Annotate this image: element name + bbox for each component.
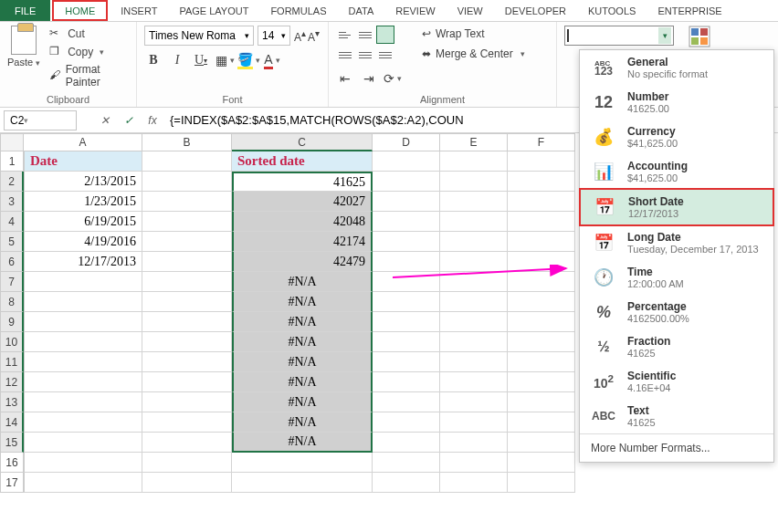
cell-E9[interactable]: [440, 312, 508, 332]
cell-C2[interactable]: 41625: [232, 172, 373, 192]
cell-C3[interactable]: 42027: [232, 192, 373, 212]
cell-C4[interactable]: 42048: [232, 212, 373, 232]
align-top-right[interactable]: [376, 26, 394, 44]
wrap-text-button[interactable]: ↩Wrap Text: [418, 26, 529, 42]
font-size-select[interactable]: 14▾: [258, 26, 290, 46]
cell-F10[interactable]: [508, 332, 575, 352]
row-header[interactable]: 4: [0, 212, 24, 232]
row-header[interactable]: 2: [0, 172, 24, 192]
cell-A5[interactable]: 4/19/2016: [24, 232, 142, 252]
cell-E12[interactable]: [440, 372, 508, 392]
row-header[interactable]: 5: [0, 232, 24, 252]
tab-data[interactable]: DATA: [338, 0, 385, 21]
underline-button[interactable]: U▾: [192, 51, 210, 69]
cell-A15[interactable]: [24, 433, 142, 453]
paste-button[interactable]: Paste: [7, 26, 40, 89]
tab-formulas[interactable]: FORMULAS: [259, 0, 337, 21]
cell-B9[interactable]: [142, 312, 232, 332]
tab-file[interactable]: FILE: [0, 0, 50, 21]
decrease-indent-button[interactable]: ⇤: [336, 69, 354, 88]
tab-kutools[interactable]: KUTOOLS: [577, 0, 647, 21]
align-top-center[interactable]: [356, 26, 374, 44]
row-header[interactable]: 17: [0, 473, 24, 493]
cell-D14[interactable]: [373, 412, 440, 433]
cell-E16[interactable]: [440, 453, 508, 473]
cell-A12[interactable]: [24, 372, 142, 392]
cell-C8[interactable]: #N/A: [232, 292, 373, 312]
cell-B2[interactable]: [142, 172, 232, 192]
format-painter-button[interactable]: 🖌Format Painter: [47, 62, 129, 89]
row-header[interactable]: 15: [0, 433, 24, 453]
align-bottom-left[interactable]: [336, 46, 354, 64]
col-header-C[interactable]: C: [232, 133, 373, 151]
cell-B14[interactable]: [142, 412, 232, 433]
cell-C7[interactable]: #N/A: [232, 272, 373, 292]
cell-D12[interactable]: [373, 372, 440, 392]
cell-D13[interactable]: [373, 392, 440, 412]
cell-C17[interactable]: [232, 473, 373, 493]
cell-E15[interactable]: [440, 433, 508, 453]
cell-E17[interactable]: [440, 473, 508, 493]
cell-C5[interactable]: 42174: [232, 232, 373, 252]
fmt-item-fraction[interactable]: ½Fraction41625: [580, 329, 773, 364]
cell-B7[interactable]: [142, 272, 232, 292]
align-top-left[interactable]: [336, 26, 354, 44]
cell-B1[interactable]: [142, 151, 232, 172]
cell-F17[interactable]: [508, 473, 575, 493]
cell-B11[interactable]: [142, 352, 232, 372]
cell-B16[interactable]: [142, 453, 232, 473]
cell-A10[interactable]: [24, 332, 142, 352]
border-button[interactable]: ▦: [216, 51, 234, 69]
fmt-item-percentage[interactable]: %Percentage4162500.00%: [580, 295, 773, 329]
row-header[interactable]: 3: [0, 192, 24, 212]
row-header[interactable]: 9: [0, 312, 24, 332]
copy-button[interactable]: ❐Copy: [47, 44, 129, 60]
cell-F3[interactable]: [508, 192, 575, 212]
col-header-E[interactable]: E: [440, 133, 508, 151]
cell-B5[interactable]: [142, 232, 232, 252]
align-bottom-right[interactable]: [376, 46, 394, 64]
fmt-item-text[interactable]: ABCText41625: [580, 399, 773, 433]
more-number-formats[interactable]: More Number Formats...: [580, 433, 773, 462]
fmt-item-long-date[interactable]: 📅Long DateTuesday, December 17, 2013: [580, 225, 773, 260]
cell-A4[interactable]: 6/19/2015: [24, 212, 142, 232]
cell-A6[interactable]: 12/17/2013: [24, 252, 142, 272]
orientation-button[interactable]: ⟳: [384, 69, 402, 88]
cell-A13[interactable]: [24, 392, 142, 412]
cell-F12[interactable]: [508, 372, 575, 392]
cell-B17[interactable]: [142, 473, 232, 493]
row-header[interactable]: 11: [0, 352, 24, 372]
cell-E11[interactable]: [440, 352, 508, 372]
cell-A11[interactable]: [24, 352, 142, 372]
cell-D4[interactable]: [373, 212, 440, 232]
tab-home[interactable]: HOME: [52, 0, 108, 21]
cell-F5[interactable]: [508, 232, 575, 252]
font-color-button[interactable]: A: [263, 51, 281, 69]
cell-D16[interactable]: [373, 453, 440, 473]
row-header[interactable]: 7: [0, 272, 24, 292]
fmt-item-number[interactable]: 12Number41625.00: [580, 85, 773, 120]
fmt-item-general[interactable]: ABC123GeneralNo specific format: [580, 50, 773, 85]
cell-E10[interactable]: [440, 332, 508, 352]
tab-view[interactable]: VIEW: [447, 0, 494, 21]
cell-D8[interactable]: [373, 292, 440, 312]
font-family-select[interactable]: Times New Roma▾: [144, 26, 254, 46]
select-all-corner[interactable]: [0, 133, 24, 151]
bold-button[interactable]: B: [144, 51, 163, 69]
row-header[interactable]: 13: [0, 392, 24, 412]
row-header[interactable]: 10: [0, 332, 24, 352]
cell-D5[interactable]: [373, 232, 440, 252]
cell-C15[interactable]: #N/A: [232, 433, 373, 453]
fmt-item-short-date[interactable]: 📅Short Date12/17/2013: [579, 188, 774, 226]
cell-A9[interactable]: [24, 312, 142, 332]
cell-A16[interactable]: [24, 453, 142, 473]
cell-B6[interactable]: [142, 252, 232, 272]
col-header-A[interactable]: A: [24, 133, 142, 151]
cell-F8[interactable]: [508, 292, 575, 312]
cell-E1[interactable]: [440, 151, 508, 172]
cell-D10[interactable]: [373, 332, 440, 352]
formula-input[interactable]: [166, 110, 531, 130]
cell-A8[interactable]: [24, 292, 142, 312]
shrink-font-button[interactable]: A▾: [308, 28, 320, 44]
cell-A7[interactable]: [24, 272, 142, 292]
